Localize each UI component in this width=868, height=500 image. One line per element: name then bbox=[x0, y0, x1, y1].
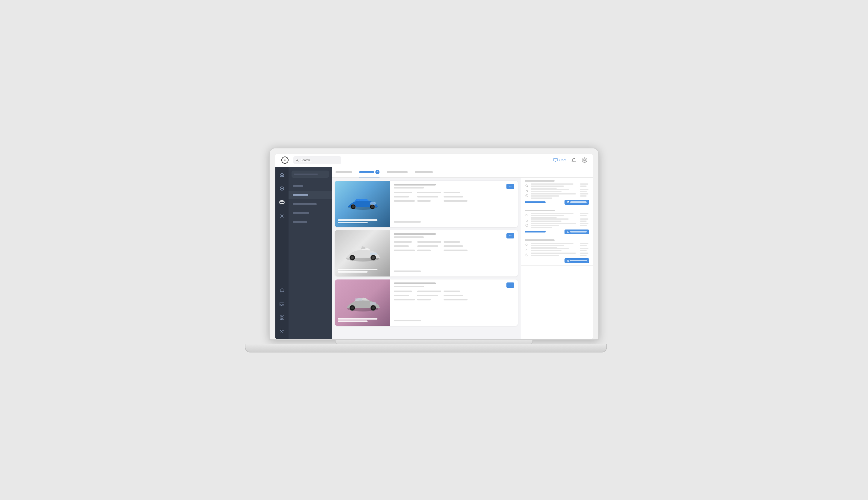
listing-header-1: ··· bbox=[394, 184, 514, 190]
svg-line-52 bbox=[527, 245, 528, 246]
tab-badge: 3 bbox=[375, 170, 380, 174]
svg-point-2 bbox=[574, 162, 574, 162]
car-svg-3 bbox=[343, 292, 382, 314]
laptop-trackpad bbox=[335, 340, 533, 344]
listing-image-1 bbox=[335, 181, 390, 227]
top-bar: Chat bbox=[275, 154, 593, 167]
listing-card-1: ··· bbox=[335, 181, 518, 227]
rp-refresh-icon-2 bbox=[525, 219, 529, 223]
secondary-sidebar-item-4[interactable] bbox=[289, 209, 332, 217]
svg-line-40 bbox=[527, 186, 528, 187]
rp-row-2c bbox=[525, 223, 589, 228]
rp-row-1b bbox=[525, 189, 589, 193]
svg-point-11 bbox=[281, 215, 283, 217]
svg-point-19 bbox=[283, 330, 284, 331]
svg-point-24 bbox=[371, 205, 374, 208]
listings-main: ··· bbox=[332, 178, 521, 339]
sidebar-item-add[interactable] bbox=[278, 184, 286, 193]
secondary-sidebar bbox=[289, 167, 332, 339]
svg-rect-15 bbox=[283, 316, 284, 317]
secondary-sidebar-item-2[interactable] bbox=[289, 191, 332, 199]
more-options-btn-1[interactable]: ··· bbox=[506, 184, 514, 189]
chat-label: Chat bbox=[560, 158, 566, 162]
sidebar-item-notifications[interactable] bbox=[278, 286, 286, 294]
secondary-sidebar-item-1[interactable] bbox=[289, 182, 332, 190]
rp-search-icon-3 bbox=[525, 243, 529, 247]
right-panel bbox=[521, 178, 593, 339]
rp-action-btn-2[interactable] bbox=[564, 229, 589, 234]
svg-rect-16 bbox=[280, 318, 282, 320]
tabs-bar: 3 bbox=[332, 167, 593, 178]
rp-time-icon-3 bbox=[525, 253, 529, 257]
sidebar-item-team[interactable] bbox=[278, 327, 286, 336]
search-bar[interactable] bbox=[293, 156, 341, 164]
rp-search-icon-1 bbox=[525, 184, 529, 188]
sidebar-item-apps[interactable] bbox=[278, 314, 286, 322]
listing-card-3: ··· bbox=[335, 280, 518, 326]
svg-point-34 bbox=[351, 306, 354, 309]
more-options-btn-3[interactable]: ··· bbox=[506, 283, 514, 288]
listings-wrapper: ··· bbox=[332, 178, 593, 339]
chat-button[interactable]: Chat bbox=[553, 158, 566, 162]
rp-section-1 bbox=[521, 178, 593, 207]
listing-content-3: ··· bbox=[390, 280, 518, 326]
listing-footer-2 bbox=[394, 269, 514, 273]
rp-action-btn-3[interactable] bbox=[564, 258, 589, 263]
rp-time-icon-2 bbox=[525, 223, 529, 227]
main-layout: 3 bbox=[275, 167, 593, 339]
more-options-btn-2[interactable]: ··· bbox=[506, 233, 514, 238]
image-caption-1 bbox=[338, 219, 387, 224]
chat-icon bbox=[553, 158, 558, 162]
listing-footer-1 bbox=[394, 220, 514, 224]
listing-card-2: ··· bbox=[335, 230, 518, 276]
rp-row-3c bbox=[525, 252, 589, 257]
secondary-sidebar-item-5[interactable] bbox=[289, 218, 332, 226]
sidebar-item-inbox[interactable] bbox=[278, 300, 286, 308]
notification-icon[interactable] bbox=[571, 157, 577, 163]
listing-title-1 bbox=[394, 184, 504, 190]
rp-action-row-2 bbox=[525, 229, 589, 234]
listing-header-3: ··· bbox=[394, 283, 514, 289]
rp-action-row-3 bbox=[525, 258, 589, 263]
rp-section-3 bbox=[521, 237, 593, 266]
rp-row-1a bbox=[525, 183, 589, 189]
tab-3[interactable] bbox=[387, 167, 408, 178]
svg-rect-38 bbox=[355, 298, 362, 301]
rp-refresh-icon-1 bbox=[525, 189, 529, 193]
top-bar-actions: Chat bbox=[553, 157, 588, 163]
laptop-wrapper: Chat bbox=[269, 148, 599, 352]
listing-title-2 bbox=[394, 233, 504, 239]
logo bbox=[280, 155, 290, 165]
rp-action-row-1 bbox=[525, 200, 589, 205]
rp-row-2a bbox=[525, 213, 589, 218]
logo-dot bbox=[284, 159, 285, 161]
svg-point-36 bbox=[372, 306, 375, 309]
rp-action-btn-1[interactable] bbox=[564, 200, 589, 205]
svg-point-51 bbox=[526, 244, 527, 246]
laptop-base bbox=[245, 344, 607, 352]
car-svg-1 bbox=[345, 193, 381, 214]
svg-point-39 bbox=[526, 185, 527, 186]
search-icon bbox=[296, 159, 299, 162]
listing-details-3 bbox=[394, 291, 514, 302]
search-input[interactable] bbox=[301, 156, 339, 164]
svg-point-28 bbox=[351, 256, 354, 259]
secondary-sidebar-item-3[interactable] bbox=[289, 200, 332, 208]
tab-1[interactable] bbox=[336, 167, 352, 178]
user-avatar[interactable] bbox=[581, 157, 588, 163]
car-svg-2 bbox=[343, 242, 382, 264]
svg-line-46 bbox=[527, 216, 528, 217]
rp-row-2b bbox=[525, 218, 589, 223]
sidebar-item-home[interactable] bbox=[278, 171, 286, 179]
listing-image-2 bbox=[335, 230, 390, 276]
tab-4[interactable] bbox=[415, 167, 433, 178]
secondary-search[interactable] bbox=[292, 171, 329, 178]
sidebar-item-settings[interactable] bbox=[278, 212, 286, 220]
tab-2[interactable]: 3 bbox=[359, 167, 380, 178]
rp-row-3b bbox=[525, 248, 589, 252]
sidebar-item-vehicles[interactable] bbox=[278, 198, 286, 206]
rp-row-3a bbox=[525, 243, 589, 248]
listing-content-2: ··· bbox=[390, 230, 518, 276]
listing-details-2 bbox=[394, 241, 514, 252]
icon-sidebar bbox=[275, 167, 289, 339]
